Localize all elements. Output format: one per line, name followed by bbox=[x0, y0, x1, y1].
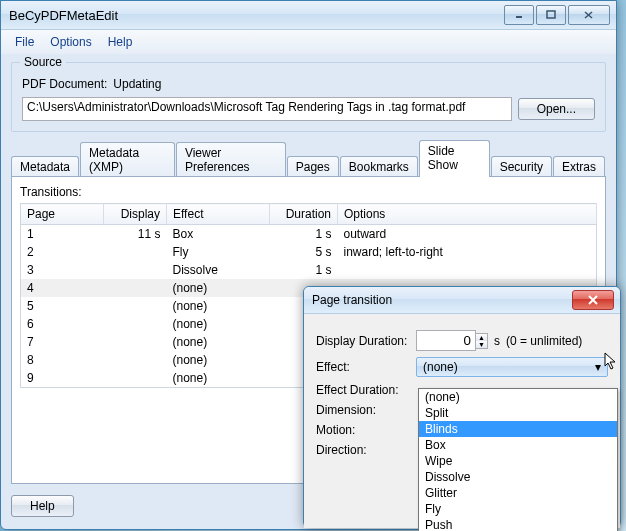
spin-down-icon[interactable]: ▼ bbox=[476, 341, 487, 348]
cell-effect: Box bbox=[167, 225, 270, 244]
unlimited-hint: (0 = unlimited) bbox=[506, 334, 582, 348]
menu-help[interactable]: Help bbox=[100, 33, 141, 51]
dialog-body: Display Duration: ▲▼ s (0 = unlimited) E… bbox=[304, 314, 620, 528]
cell-display bbox=[104, 297, 167, 315]
tab-pages[interactable]: Pages bbox=[287, 156, 339, 177]
table-row[interactable]: 111 sBox1 soutward bbox=[21, 225, 597, 244]
dropdown-option[interactable]: Push bbox=[419, 517, 617, 531]
cell-page: 8 bbox=[21, 351, 104, 369]
cell-effect: (none) bbox=[167, 315, 270, 333]
cell-effect: (none) bbox=[167, 279, 270, 297]
app-title: BeCyPDFMetaEdit bbox=[7, 8, 502, 23]
cell-display bbox=[104, 369, 167, 388]
pdf-doc-label: PDF Document: bbox=[22, 77, 107, 91]
dropdown-option[interactable]: Wipe bbox=[419, 453, 617, 469]
dropdown-option[interactable]: Box bbox=[419, 437, 617, 453]
dialog-title: Page transition bbox=[310, 293, 572, 307]
dropdown-option[interactable]: Fly bbox=[419, 501, 617, 517]
display-duration-spinner[interactable]: ▲▼ bbox=[416, 330, 488, 351]
cell-effect: (none) bbox=[167, 369, 270, 388]
cell-page: 3 bbox=[21, 261, 104, 279]
menu-file[interactable]: File bbox=[7, 33, 42, 51]
effect-duration-label: Effect Duration: bbox=[316, 383, 416, 397]
page-transition-dialog: Page transition Display Duration: ▲▼ s (… bbox=[303, 286, 621, 528]
cell-effect: Dissolve bbox=[167, 261, 270, 279]
dialog-titlebar[interactable]: Page transition bbox=[304, 287, 620, 314]
cell-display bbox=[104, 279, 167, 297]
motion-label: Motion: bbox=[316, 423, 416, 437]
transitions-label: Transitions: bbox=[20, 185, 597, 199]
display-duration-input[interactable] bbox=[416, 330, 476, 351]
tab-bookmarks[interactable]: Bookmarks bbox=[340, 156, 418, 177]
cell-options: outward bbox=[338, 225, 597, 244]
cell-page: 5 bbox=[21, 297, 104, 315]
tab-strip: Metadata Metadata (XMP) Viewer Preferenc… bbox=[11, 140, 606, 177]
dropdown-option[interactable]: Glitter bbox=[419, 485, 617, 501]
help-button[interactable]: Help bbox=[11, 495, 74, 517]
dropdown-option[interactable]: Blinds bbox=[419, 421, 617, 437]
open-button[interactable]: Open... bbox=[518, 98, 595, 120]
effect-combo[interactable]: (none) ▾ bbox=[416, 357, 608, 377]
cell-effect: Fly bbox=[167, 243, 270, 261]
cell-display bbox=[104, 315, 167, 333]
cell-page: 9 bbox=[21, 369, 104, 388]
cell-page: 6 bbox=[21, 315, 104, 333]
col-page[interactable]: Page bbox=[21, 204, 104, 225]
cell-effect: (none) bbox=[167, 351, 270, 369]
titlebar[interactable]: BeCyPDFMetaEdit bbox=[1, 1, 616, 30]
cell-duration: 1 s bbox=[270, 225, 338, 244]
cell-page: 2 bbox=[21, 243, 104, 261]
dimension-label: Dimension: bbox=[316, 403, 416, 417]
cell-page: 7 bbox=[21, 333, 104, 351]
spin-up-icon[interactable]: ▲ bbox=[476, 334, 487, 341]
pdf-path-input[interactable]: C:\Users\Administrator\Downloads\Microso… bbox=[22, 97, 512, 121]
col-display[interactable]: Display bbox=[104, 204, 167, 225]
cell-effect: (none) bbox=[167, 333, 270, 351]
pdf-doc-status: Updating bbox=[113, 77, 161, 91]
display-duration-label: Display Duration: bbox=[316, 334, 416, 348]
cell-display: 11 s bbox=[104, 225, 167, 244]
tab-metadata[interactable]: Metadata bbox=[11, 156, 79, 177]
col-options[interactable]: Options bbox=[338, 204, 597, 225]
cell-display bbox=[104, 243, 167, 261]
tab-security[interactable]: Security bbox=[491, 156, 552, 177]
dropdown-option[interactable]: (none) bbox=[419, 389, 617, 405]
window-buttons bbox=[502, 5, 610, 25]
tab-viewer-prefs[interactable]: Viewer Preferences bbox=[176, 142, 286, 177]
effect-combo-value: (none) bbox=[423, 360, 458, 374]
cell-display bbox=[104, 261, 167, 279]
cell-page: 4 bbox=[21, 279, 104, 297]
chevron-down-icon: ▾ bbox=[595, 360, 601, 374]
cell-display bbox=[104, 351, 167, 369]
source-group: Source PDF Document: Updating C:\Users\A… bbox=[11, 62, 606, 132]
table-row[interactable]: 3Dissolve1 s bbox=[21, 261, 597, 279]
cell-options bbox=[338, 261, 597, 279]
svg-rect-1 bbox=[547, 11, 555, 18]
menu-options[interactable]: Options bbox=[42, 33, 99, 51]
seconds-unit: s bbox=[494, 334, 500, 348]
dialog-close-button[interactable] bbox=[572, 290, 614, 310]
cell-page: 1 bbox=[21, 225, 104, 244]
tab-extras[interactable]: Extras bbox=[553, 156, 605, 177]
effect-dropdown-list[interactable]: (none)SplitBlindsBoxWipeDissolveGlitterF… bbox=[418, 388, 618, 531]
dropdown-option[interactable]: Dissolve bbox=[419, 469, 617, 485]
source-group-title: Source bbox=[20, 55, 66, 69]
tab-metadata-xmp[interactable]: Metadata (XMP) bbox=[80, 142, 175, 177]
effect-label: Effect: bbox=[316, 360, 416, 374]
close-button[interactable] bbox=[568, 5, 610, 25]
cell-duration: 1 s bbox=[270, 261, 338, 279]
minimize-button[interactable] bbox=[504, 5, 534, 25]
cell-display bbox=[104, 333, 167, 351]
col-effect[interactable]: Effect bbox=[167, 204, 270, 225]
col-duration[interactable]: Duration bbox=[270, 204, 338, 225]
cell-options: inward; left-to-right bbox=[338, 243, 597, 261]
maximize-button[interactable] bbox=[536, 5, 566, 25]
table-row[interactable]: 2Fly5 sinward; left-to-right bbox=[21, 243, 597, 261]
direction-label: Direction: bbox=[316, 443, 416, 457]
cell-duration: 5 s bbox=[270, 243, 338, 261]
dropdown-option[interactable]: Split bbox=[419, 405, 617, 421]
cell-effect: (none) bbox=[167, 297, 270, 315]
menubar: File Options Help bbox=[1, 30, 616, 54]
tab-slide-show[interactable]: Slide Show bbox=[419, 140, 490, 177]
